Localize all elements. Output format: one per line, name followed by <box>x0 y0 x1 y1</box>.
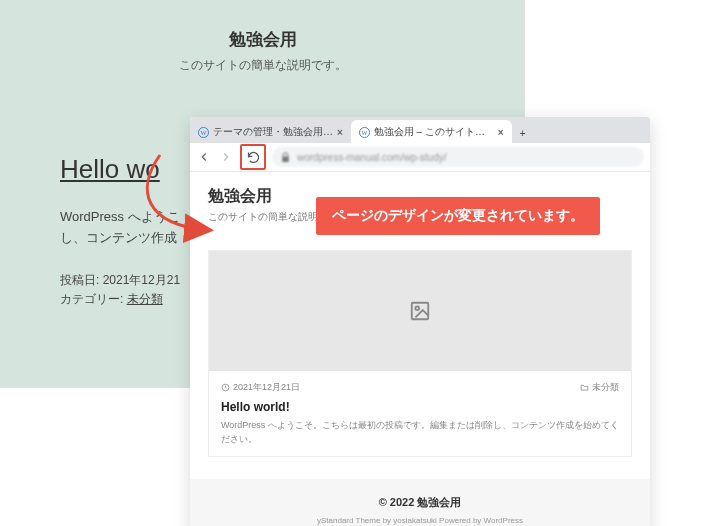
old-theme-header: 勉強会用 このサイトの簡単な説明です。 <box>0 28 525 74</box>
post-title[interactable]: Hello world! <box>221 400 619 414</box>
close-tab-icon[interactable]: × <box>498 127 504 138</box>
svg-point-5 <box>415 306 419 310</box>
svg-text:W: W <box>361 128 368 135</box>
post-category[interactable]: 未分類 <box>580 381 619 394</box>
old-theme-title: 勉強会用 <box>0 28 525 51</box>
folder-icon <box>580 383 589 392</box>
copyright: © 2022 勉強会用 <box>190 495 650 510</box>
close-tab-icon[interactable]: × <box>337 127 343 138</box>
theme-credit: yStandard Theme by yosiakatsuki Powered … <box>190 516 650 525</box>
forward-icon[interactable] <box>218 150 234 164</box>
lock-icon <box>280 152 291 163</box>
text: 未分類 <box>592 381 619 394</box>
svg-rect-4 <box>412 303 429 320</box>
new-tab-button[interactable]: + <box>512 123 548 143</box>
text: 2021年12月21日 <box>233 381 300 394</box>
wordpress-favicon-icon: W <box>359 127 370 138</box>
tab-strip: W テーマの管理・勉強会用 — WordP × W 勉強会用 – このサイトの簡… <box>190 117 650 143</box>
image-icon <box>409 300 431 322</box>
tab-label: テーマの管理・勉強会用 — WordP <box>213 125 333 139</box>
tab-label: 勉強会用 – このサイトの簡単な説明 <box>374 125 494 139</box>
label: 投稿日: <box>60 273 103 287</box>
post-card[interactable]: 2021年12月21日 未分類 Hello world! WordPress へ… <box>208 250 632 457</box>
browser-tab-inactive[interactable]: W テーマの管理・勉強会用 — WordP × <box>190 120 351 143</box>
annotation-callout: ページのデザインが変更されています。 <box>316 197 600 235</box>
wordpress-favicon-icon: W <box>198 127 209 138</box>
text: し、コンテンツ作成 <box>60 230 177 245</box>
value: 2021年12月21 <box>103 273 180 287</box>
browser-tab-active[interactable]: W 勉強会用 – このサイトの簡単な説明 × <box>351 120 512 143</box>
address-text: wordpress-manual.com/wp-study/ <box>297 152 447 163</box>
browser-toolbar: wordpress-manual.com/wp-study/ <box>190 143 650 172</box>
text: WordPress へようこ <box>60 209 180 224</box>
category-link[interactable]: 未分類 <box>127 292 163 306</box>
reload-icon[interactable] <box>245 150 261 165</box>
browser-window: W テーマの管理・勉強会用 — WordP × W 勉強会用 – このサイトの簡… <box>190 117 650 526</box>
clock-icon <box>221 383 230 392</box>
post-thumbnail-placeholder <box>209 251 631 371</box>
post-card-body: 2021年12月21日 未分類 Hello world! WordPress へ… <box>209 371 631 456</box>
post-date: 2021年12月21日 <box>221 381 300 394</box>
old-theme-desc: このサイトの簡単な説明です。 <box>0 57 525 74</box>
label: カテゴリー: <box>60 292 127 306</box>
site-footer: © 2022 勉強会用 yStandard Theme by yosiakats… <box>190 479 650 526</box>
address-bar[interactable]: wordpress-manual.com/wp-study/ <box>272 147 644 167</box>
reload-highlight <box>240 144 266 170</box>
back-icon[interactable] <box>196 150 212 164</box>
svg-text:W: W <box>200 128 207 135</box>
post-meta: 2021年12月21日 未分類 <box>221 381 619 394</box>
post-excerpt: WordPress へようこそ。こちらは最初の投稿です。編集または削除し、コンテ… <box>221 419 619 446</box>
